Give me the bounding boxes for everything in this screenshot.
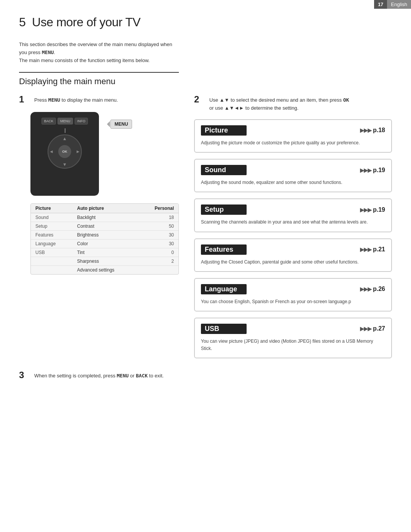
menu-card-header: Sound ▶▶▶ p.19 xyxy=(201,165,385,175)
menu-value: 0 xyxy=(138,248,178,257)
menu-table: Picture Auto picture Personal Sound Back… xyxy=(31,204,178,274)
menu-card-page: ▶▶▶ p.19 xyxy=(360,206,385,213)
page-icon: ▶▶▶ xyxy=(360,246,371,252)
page-header: 17 English xyxy=(374,0,411,9)
back-button[interactable]: BACK xyxy=(41,118,56,125)
step-3: 3 When the setting is completed, press M… xyxy=(19,370,392,381)
menu-card-page: ▶▶▶ p.21 xyxy=(360,246,385,253)
step-2: 2 Use ▲▼ to select the desired menu and … xyxy=(194,94,392,112)
menu-card-page: ▶▶▶ p.18 xyxy=(360,127,385,134)
menu-value xyxy=(138,266,178,275)
section-heading: Displaying the main menu xyxy=(19,77,392,86)
menu-card-desc: Adjusting the Closed Caption, parental g… xyxy=(201,259,385,266)
menu-card-sound: Sound ▶▶▶ p.19 Adjusting the sound mode,… xyxy=(194,159,392,192)
intro-text: This section describes the overview of t… xyxy=(19,41,179,64)
chapter-title: 5 Use more of your TV xyxy=(19,15,392,29)
table-row: Sound Backlight 18 xyxy=(31,213,178,222)
menu-card-setup: Setup ▶▶▶ p.19 Scanning the channels ava… xyxy=(194,198,392,232)
dpad-up: ▲ xyxy=(62,136,67,141)
menu-category: Sound xyxy=(31,213,73,222)
menu-category: Features xyxy=(31,231,73,240)
menu-card-header: Language ▶▶▶ p.26 xyxy=(201,284,385,294)
dpad-down: ▼ xyxy=(62,162,67,167)
menu-cards: Picture ▶▶▶ p.18 Adjusting the picture m… xyxy=(194,119,392,358)
table-header-col1: Picture xyxy=(31,204,73,213)
menu-card-title: Language xyxy=(201,284,247,294)
menu-value: 30 xyxy=(138,231,178,240)
remote-top-buttons: BACK MENU INFO xyxy=(41,118,88,125)
menu-card-picture: Picture ▶▶▶ p.18 Adjusting the picture m… xyxy=(194,119,392,153)
menu-card-desc: Adjusting the picture mode or customize … xyxy=(201,139,385,147)
menu-item: Advanced settings xyxy=(73,266,139,275)
menu-item: Contrast xyxy=(73,222,139,231)
menu-card-header: Picture ▶▶▶ p.18 xyxy=(201,125,385,136)
menu-card-page: ▶▶▶ p.19 xyxy=(360,167,385,174)
menu-card-page: ▶▶▶ p.27 xyxy=(360,325,385,332)
menu-button[interactable]: MENU xyxy=(57,118,73,125)
menu-card-desc: Scanning the channels available in your … xyxy=(201,219,385,226)
menu-category: Language xyxy=(31,240,73,248)
remote-area: BACK MENU INFO ▲ ▼ ◄ ► OK MENU xyxy=(30,112,179,196)
menu-value: 30 xyxy=(138,240,178,248)
dpad-center-ok[interactable]: OK xyxy=(58,145,71,158)
menu-card-title: USB xyxy=(201,324,247,334)
menu-item: Sharpness xyxy=(73,257,139,266)
right-column: 2 Use ▲▼ to select the desired menu and … xyxy=(194,94,392,358)
main-content: 5 Use more of your TV This section descr… xyxy=(0,0,411,396)
menu-card-header: USB ▶▶▶ p.27 xyxy=(201,324,385,334)
page-ref: p.18 xyxy=(373,127,385,134)
two-col-layout: 1 Press MENU to display the main menu. B… xyxy=(19,94,392,358)
page-ref: p.27 xyxy=(373,325,385,332)
menu-category: USB xyxy=(31,248,73,257)
menu-card-title: Features xyxy=(201,244,247,255)
menu-card-language: Language ▶▶▶ p.26 You can choose English… xyxy=(194,278,392,312)
page-number: 17 xyxy=(374,0,387,9)
menu-item: Backlight xyxy=(73,213,139,222)
menu-card-header: Setup ▶▶▶ p.19 xyxy=(201,204,385,215)
menu-callout-label: MENU xyxy=(110,120,132,129)
menu-value: 18 xyxy=(138,213,178,222)
dpad-left: ◄ xyxy=(49,149,54,154)
menu-value: 50 xyxy=(138,222,178,231)
table-row: Setup Contrast 50 xyxy=(31,222,178,231)
step-1: 1 Press MENU to display the main menu. xyxy=(19,94,179,105)
menu-category: Setup xyxy=(31,222,73,231)
table-header-col2: Auto picture xyxy=(73,204,139,213)
menu-card-desc: You can view picture (JPEG) and video (M… xyxy=(201,338,385,352)
menu-item: Brightness xyxy=(73,231,139,240)
page-icon: ▶▶▶ xyxy=(360,286,371,292)
language-badge: English xyxy=(387,0,411,9)
info-button[interactable]: INFO xyxy=(75,118,88,125)
table-row: Sharpness 2 xyxy=(31,257,178,266)
callout-line xyxy=(65,128,65,133)
menu-card-title: Setup xyxy=(201,204,247,215)
table-row: Language Color 30 xyxy=(31,240,178,248)
table-header-col3: Personal xyxy=(138,204,178,213)
menu-card-usb: USB ▶▶▶ p.27 You can view picture (JPEG)… xyxy=(194,318,392,358)
menu-card-title: Sound xyxy=(201,165,247,175)
menu-table-wrapper: Picture Auto picture Personal Sound Back… xyxy=(30,203,179,275)
page-ref: p.19 xyxy=(373,167,385,174)
menu-card-title: Picture xyxy=(201,125,247,136)
remote-control: BACK MENU INFO ▲ ▼ ◄ ► OK xyxy=(30,112,99,196)
menu-category xyxy=(31,266,73,275)
page-ref: p.21 xyxy=(373,246,385,253)
dpad: ▲ ▼ ◄ ► OK xyxy=(48,134,82,169)
page-ref: p.26 xyxy=(373,286,385,292)
table-row: USB Tint 0 xyxy=(31,248,178,257)
page-icon: ▶▶▶ xyxy=(360,127,371,133)
menu-card-features: Features ▶▶▶ p.21 Adjusting the Closed C… xyxy=(194,238,392,272)
menu-item: Color xyxy=(73,240,139,248)
menu-card-header: Features ▶▶▶ p.21 xyxy=(201,244,385,255)
menu-card-desc: Adjusting the sound mode, equalizer and … xyxy=(201,179,385,186)
menu-item: Tint xyxy=(73,248,139,257)
left-column: 1 Press MENU to display the main menu. B… xyxy=(19,94,179,275)
table-row: Advanced settings xyxy=(31,266,178,275)
menu-value: 2 xyxy=(138,257,178,266)
page-ref: p.19 xyxy=(373,206,385,213)
menu-category xyxy=(31,257,73,266)
page-icon: ▶▶▶ xyxy=(360,207,371,213)
table-row: Features Brightness 30 xyxy=(31,231,178,240)
dpad-right: ► xyxy=(76,149,80,154)
menu-card-page: ▶▶▶ p.26 xyxy=(360,286,385,292)
